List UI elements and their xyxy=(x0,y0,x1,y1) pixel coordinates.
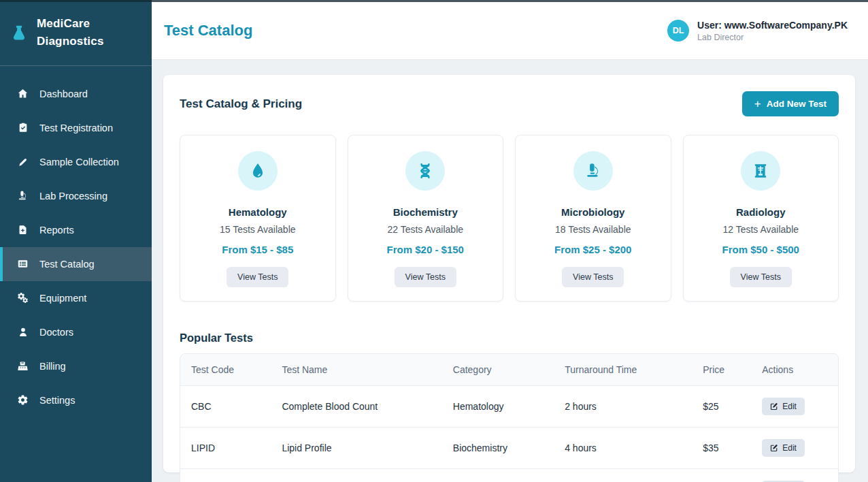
user-info: DL User: www.SoftwareCompany.PK Lab Dire… xyxy=(667,20,848,42)
column-turnaround-time: Turnaround Time xyxy=(555,354,693,386)
brand: MediCare Diagnostics xyxy=(0,2,152,66)
view-tests-button[interactable]: View Tests xyxy=(395,267,456,287)
cell-category: Biochemistry xyxy=(444,428,555,469)
sidebar-item-dashboard[interactable]: Dashboard xyxy=(0,77,152,111)
dna-icon xyxy=(405,151,445,191)
cell-test-code: CBC xyxy=(180,386,272,428)
cell-turnaround: 2 hours xyxy=(555,386,693,428)
category-name: Biochemistry xyxy=(355,206,497,218)
category-price-range: From $25 - $200 xyxy=(522,244,664,255)
category-price-range: From $15 - $85 xyxy=(187,244,329,255)
category-name: Radiology xyxy=(690,206,832,218)
droplet-icon xyxy=(238,151,278,191)
plus-icon: + xyxy=(754,98,761,110)
column-test-code: Test Code xyxy=(180,354,272,386)
page-header: Test Catalog DL User: www.SoftwareCompan… xyxy=(152,2,868,60)
table-row-lipid: LIPID Lipid Profile Biochemistry 4 hours… xyxy=(180,428,838,469)
cell-test-code: UCULT xyxy=(180,469,272,482)
table-header-row: Test Code Test Name Category Turnaround … xyxy=(180,354,838,386)
content-area: Test Catalog & Pricing + Add New Test He… xyxy=(152,60,868,482)
person-icon xyxy=(16,327,29,338)
sidebar-item-billing[interactable]: Billing xyxy=(0,349,152,383)
cell-price: $35 xyxy=(693,428,752,469)
cell-test-name: Urine Culture xyxy=(272,469,443,482)
popular-tests-title: Popular Tests xyxy=(180,332,839,344)
cell-price: $45 xyxy=(693,469,752,482)
sidebar-item-label: Test Catalog xyxy=(39,259,95,270)
category-availability: 18 Tests Available xyxy=(522,224,664,235)
sidebar-item-test-catalog[interactable]: Test Catalog xyxy=(0,247,152,281)
column-category: Category xyxy=(444,354,555,386)
add-new-test-button[interactable]: + Add New Test xyxy=(742,91,839,116)
category-name: Hematology xyxy=(187,206,329,218)
category-cards: Hematology 15 Tests Available From $15 -… xyxy=(180,135,839,302)
cell-turnaround: 4 hours xyxy=(555,428,693,469)
cell-category: Hematology xyxy=(444,386,555,428)
sidebar-item-label: Reports xyxy=(39,225,74,236)
user-text: User: www.SoftwareCompany.PK Lab Directo… xyxy=(697,20,848,42)
panel-header: Test Catalog & Pricing + Add New Test xyxy=(180,91,839,116)
brand-name: MediCare Diagnostics xyxy=(37,15,104,51)
clipboard-check-icon xyxy=(16,122,29,133)
main-area: Test Catalog DL User: www.SoftwareCompan… xyxy=(152,0,868,482)
cash-register-icon xyxy=(16,360,29,372)
sidebar-item-label: Test Registration xyxy=(39,123,113,133)
category-availability: 15 Tests Available xyxy=(187,224,329,235)
flask-icon xyxy=(10,23,28,42)
sidebar-item-label: Sample Collection xyxy=(39,157,119,167)
column-price: Price xyxy=(693,354,752,386)
category-card-biochemistry: Biochemistry 22 Tests Available From $20… xyxy=(348,135,504,302)
column-test-name: Test Name xyxy=(272,354,443,386)
list-icon xyxy=(16,258,29,270)
category-availability: 22 Tests Available xyxy=(355,224,497,235)
view-tests-button[interactable]: View Tests xyxy=(730,267,792,287)
sidebar-item-label: Lab Processing xyxy=(39,191,107,202)
test-catalog-panel: Test Catalog & Pricing + Add New Test He… xyxy=(163,75,855,472)
sidebar-item-label: Dashboard xyxy=(39,89,88,99)
gear-icon xyxy=(16,394,29,406)
gears-icon xyxy=(16,292,29,304)
panel-title: Test Catalog & Pricing xyxy=(180,97,302,111)
sidebar: MediCare Diagnostics Dashboard Test Regi… xyxy=(0,0,152,482)
edit-button[interactable]: Edit xyxy=(762,439,805,457)
pen-icon xyxy=(16,157,29,167)
column-actions: Actions xyxy=(752,354,838,386)
user-role: Lab Director xyxy=(697,33,848,42)
cell-turnaround: 48 hours xyxy=(555,469,693,482)
sidebar-item-settings[interactable]: Settings xyxy=(0,383,152,417)
sidebar-item-lab-processing[interactable]: Lab Processing xyxy=(0,179,152,213)
avatar[interactable]: DL xyxy=(667,20,689,42)
category-card-radiology: Radiology 12 Tests Available From $50 - … xyxy=(683,135,839,302)
sidebar-item-reports[interactable]: Reports xyxy=(0,213,152,247)
sidebar-item-sample-collection[interactable]: Sample Collection xyxy=(0,145,152,179)
cell-test-name: Complete Blood Count xyxy=(272,386,443,428)
edit-pencil-icon xyxy=(770,402,778,411)
edit-pencil-icon xyxy=(770,444,778,452)
sidebar-item-label: Doctors xyxy=(39,327,73,338)
view-tests-button[interactable]: View Tests xyxy=(562,267,624,287)
sidebar-item-label: Billing xyxy=(39,361,66,372)
table-row-cbc: CBC Complete Blood Count Hematology 2 ho… xyxy=(180,386,838,428)
cell-test-code: LIPID xyxy=(180,428,272,469)
sidebar-item-test-registration[interactable]: Test Registration xyxy=(0,111,152,145)
cell-category: Microbiology xyxy=(444,469,555,482)
sidebar-item-doctors[interactable]: Doctors xyxy=(0,315,152,349)
edit-button[interactable]: Edit xyxy=(762,398,805,415)
cell-test-name: Lipid Profile xyxy=(272,428,443,469)
category-price-range: From $50 - $500 xyxy=(690,244,832,255)
sidebar-nav: Dashboard Test Registration Sample Colle… xyxy=(0,66,152,417)
popular-tests-table: Test Code Test Name Category Turnaround … xyxy=(180,353,839,482)
microscope-icon xyxy=(16,190,29,202)
user-name: User: www.SoftwareCompany.PK xyxy=(697,20,848,31)
sidebar-item-label: Equipment xyxy=(39,293,86,304)
sidebar-item-label: Settings xyxy=(39,395,75,406)
xray-icon xyxy=(741,151,780,191)
category-price-range: From $20 - $150 xyxy=(355,244,497,255)
view-tests-button[interactable]: View Tests xyxy=(227,267,288,287)
table-row-ucult: UCULT Urine Culture Microbiology 48 hour… xyxy=(180,469,838,482)
category-card-microbiology: Microbiology 18 Tests Available From $25… xyxy=(515,135,671,302)
category-name: Microbiology xyxy=(522,206,664,218)
sidebar-item-equipment[interactable]: Equipment xyxy=(0,281,152,315)
category-availability: 12 Tests Available xyxy=(690,224,832,235)
page-title: Test Catalog xyxy=(164,22,252,39)
